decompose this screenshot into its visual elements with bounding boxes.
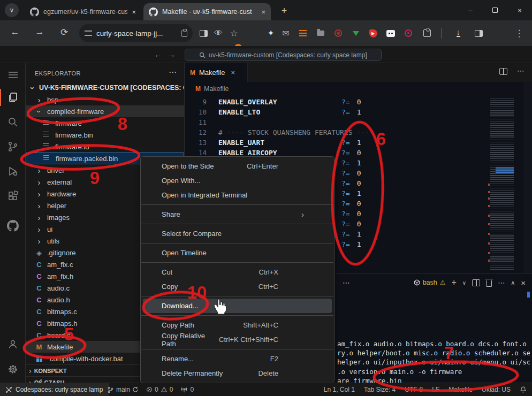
maximize-panel-icon[interactable]: ∧ <box>511 279 515 286</box>
address-bar[interactable]: curly-space-lamp-jj... <box>79 24 193 42</box>
tab-size[interactable]: Tab Size: 4 <box>364 386 396 393</box>
context-menu-item[interactable] <box>141 349 333 349</box>
context-menu-item[interactable]: Copy Ctrl+C <box>143 279 332 294</box>
context-menu-item[interactable] <box>141 204 333 205</box>
back-icon[interactable]: ← <box>9 27 21 37</box>
explorer-root-folder[interactable]: UV-K5-FIRMWARE-CUSTOM [CODESPACES: CURLY… <box>26 82 184 94</box>
tree-item[interactable]: firmware.bin <box>26 129 184 141</box>
terminal-more-icon[interactable]: ⋯ <box>498 279 505 287</box>
folder-extension-icon[interactable] <box>315 28 326 39</box>
ports-indicator[interactable]: 0 <box>180 386 194 393</box>
activity-bar <box>0 63 26 383</box>
install-app-icon[interactable] <box>198 28 209 39</box>
sidebar-item-explorer[interactable] <box>0 87 26 108</box>
encoding[interactable]: UTF-8 <box>405 386 423 393</box>
clipboard-icon[interactable] <box>181 30 187 37</box>
tree-item[interactable]: firmware.ld <box>26 141 184 153</box>
menu-hamburger-icon[interactable] <box>0 64 26 86</box>
explorer-more-icon[interactable]: ⋯ <box>169 67 177 77</box>
record-circle-icon[interactable] <box>403 28 414 39</box>
address-text[interactable]: curly-space-lamp-jj... <box>96 29 177 37</box>
context-menu-item[interactable] <box>141 224 333 224</box>
context-menu-item[interactable]: Open With... <box>143 173 332 188</box>
settings-gear-icon[interactable] <box>0 359 26 380</box>
eol[interactable]: LF <box>432 386 439 393</box>
context-menu-item[interactable]: Cut Ctrl+X <box>143 265 332 279</box>
extensions-puzzle-icon[interactable] <box>422 28 432 39</box>
tab-close-icon[interactable]: × <box>231 68 235 77</box>
new-terminal-icon[interactable]: + <box>452 278 457 287</box>
context-menu-item[interactable] <box>141 315 333 316</box>
minimize-button[interactable]: – <box>458 0 483 20</box>
remote-indicator[interactable]: Codespaces: curly space lamp <box>0 383 109 396</box>
downloads-icon[interactable]: ↓ <box>453 28 463 39</box>
context-menu-item[interactable]: Select for Compare <box>143 226 332 241</box>
screen-record-icon[interactable] <box>333 28 344 39</box>
context-menu-item[interactable] <box>141 296 333 296</box>
sidebar-toggle-icon[interactable] <box>473 28 484 39</box>
branch-indicator[interactable]: main <box>107 386 139 393</box>
tree-item[interactable]: compiled-firmware <box>26 105 184 117</box>
language-mode[interactable]: Makefile <box>449 386 473 393</box>
terminal-dropdown-icon[interactable]: ∨ <box>462 280 466 286</box>
terminal-scrollbar[interactable] <box>527 292 530 298</box>
minimap[interactable] <box>488 98 521 270</box>
bookmark-star-icon[interactable]: ☆ <box>229 28 239 39</box>
accounts-icon[interactable] <box>0 333 26 355</box>
editor-tab-makefile[interactable]: M Makefile × <box>185 63 248 82</box>
split-editor-icon[interactable] <box>499 68 507 75</box>
kill-terminal-icon[interactable] <box>486 280 492 287</box>
context-menu-item[interactable]: Share › <box>143 207 332 222</box>
new-tab-button[interactable]: + <box>277 4 291 18</box>
tab-close-icon[interactable]: × <box>132 8 136 16</box>
maximize-button[interactable] <box>483 0 507 20</box>
sidebar-item-github[interactable] <box>0 215 26 237</box>
split-terminal-icon[interactable] <box>472 279 480 286</box>
list-extension-icon[interactable] <box>298 28 308 39</box>
tree-item[interactable]: bsp <box>26 94 184 105</box>
breadcrumb[interactable]: M Makefile <box>195 82 229 96</box>
terminal-output[interactable]: am_fix.o audio.o bitmaps.o board.o dcs.o… <box>337 293 530 396</box>
site-settings-icon[interactable] <box>85 31 92 36</box>
context-menu-item[interactable]: Delete Permanently Delete <box>143 366 332 380</box>
tab-close-icon[interactable]: × <box>261 8 265 16</box>
tree-item[interactable]: firmware <box>26 117 184 129</box>
browser-menu-icon[interactable]: ⋮ <box>514 28 525 39</box>
browser-tab-inactive[interactable]: egzumer/uv-k5-firmware-custo × <box>25 3 141 20</box>
context-menu-item[interactable]: Open in Integrated Terminal <box>143 188 332 202</box>
forward-icon[interactable]: → <box>33 27 46 37</box>
download-arrow-icon[interactable] <box>351 28 361 39</box>
vscode-forward-icon[interactable]: → <box>168 50 176 59</box>
sidebar-item-extensions[interactable] <box>0 185 26 207</box>
close-panel-icon[interactable]: × <box>521 278 526 287</box>
editor-more-icon[interactable]: ⋯ <box>517 66 525 75</box>
context-menu-item[interactable]: Download... <box>143 299 332 313</box>
bell-icon[interactable] <box>520 386 527 393</box>
context-menu-item[interactable]: Open Timeline <box>143 246 332 260</box>
cursor-position[interactable]: Ln 1, Col 1 <box>324 386 355 393</box>
sidebar-item-source-control[interactable] <box>0 136 26 157</box>
spark-icon[interactable]: ✦ <box>265 28 276 39</box>
context-menu-item[interactable]: Open to the Side Ctrl+Enter <box>143 159 332 173</box>
panel-more-icon[interactable]: ⋯ <box>343 278 350 287</box>
bot-icon[interactable] <box>385 28 396 39</box>
context-menu-item[interactable] <box>141 243 333 243</box>
keyboard-layout[interactable]: Układ: US <box>482 386 511 393</box>
vscode-back-icon[interactable]: ← <box>154 50 162 59</box>
sidebar-item-run-debug[interactable] <box>0 161 26 182</box>
video-shield-icon[interactable]: ▶ <box>368 28 378 39</box>
context-menu-item[interactable]: Copy Path Shift+Alt+C <box>143 318 332 332</box>
eye-off-icon[interactable]: 👁 <box>213 28 224 39</box>
context-menu-item[interactable]: Rename... F2 <box>143 352 332 366</box>
context-menu-item[interactable] <box>141 262 333 263</box>
sidebar-item-search[interactable] <box>0 111 26 133</box>
tab-search-button[interactable]: ∨ <box>5 3 19 17</box>
mail-icon[interactable]: ✉ <box>280 28 291 39</box>
command-center-search[interactable]: uv-k5-firmware-custom [Codespaces: curly… <box>185 49 382 61</box>
close-button[interactable]: × <box>507 0 532 20</box>
terminal-tab-bash[interactable]: bash ⚠ <box>414 279 446 286</box>
reload-icon[interactable]: ⟳ <box>58 27 71 38</box>
problems-indicator[interactable]: 0 0 <box>146 386 173 393</box>
browser-tab-active[interactable]: Makefile - uv-k5-firmware-cust × <box>143 3 271 20</box>
context-menu-item[interactable]: Copy Relative Path Ctrl+K Ctrl+Shift+C <box>143 332 332 347</box>
